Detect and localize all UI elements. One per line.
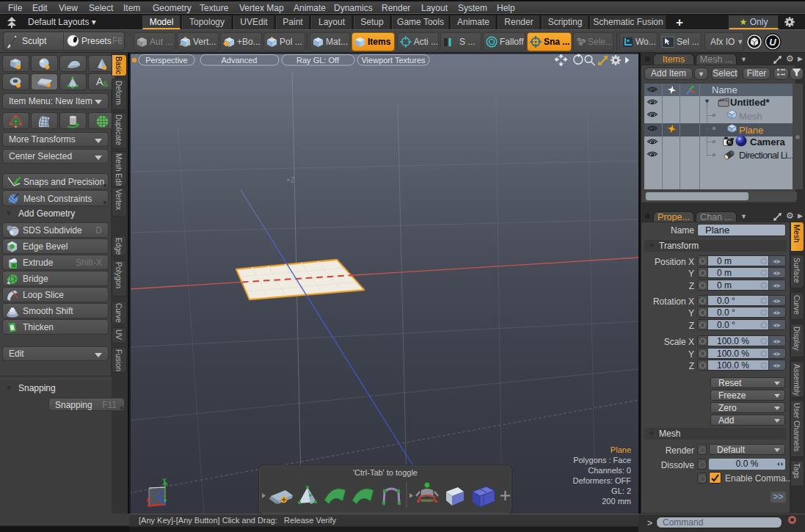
svg-text:X: X: [146, 496, 150, 503]
svg-text:Advanced: Advanced: [222, 56, 258, 65]
svg-text:Channels: 0: Channels: 0: [588, 466, 631, 475]
svg-text:200 mm: 200 mm: [602, 497, 631, 506]
svg-text:Polygons : Face: Polygons : Face: [573, 456, 631, 464]
svg-text:Ray GL: Off: Ray GL: Off: [296, 56, 340, 65]
svg-text:'Ctrl-Tab' to toggle: 'Ctrl-Tab' to toggle: [353, 468, 418, 477]
svg-text:Perspective: Perspective: [145, 56, 187, 65]
svg-text:U: U: [769, 37, 776, 48]
svg-text:Viewport Textures: Viewport Textures: [361, 56, 426, 65]
svg-text:Y: Y: [162, 477, 167, 484]
svg-text:Z: Z: [157, 492, 161, 500]
svg-text:+Z: +Z: [286, 176, 295, 184]
svg-text:GL: 2: GL: 2: [611, 487, 631, 495]
svg-text:Plane: Plane: [611, 445, 631, 454]
svg-text:Deformers: OFF: Deformers: OFF: [573, 476, 632, 485]
